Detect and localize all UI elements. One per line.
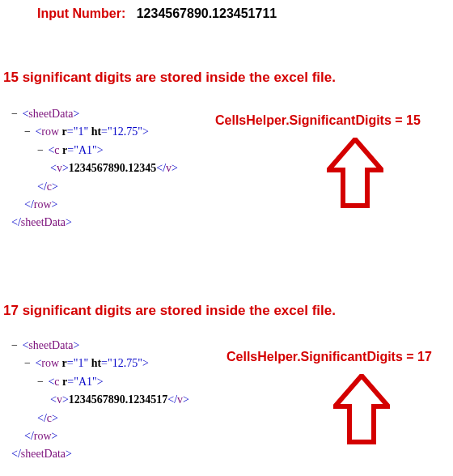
xml-line: <v>1234567890.1234517</v> — [11, 391, 222, 409]
xml-line: </c> — [11, 410, 222, 427]
input-label: Input Number: — [37, 6, 125, 20]
xml-line: − <row r="1" ht="12.75"> — [11, 123, 222, 141]
input-value: 1234567890.123451711 — [137, 6, 277, 20]
xml-line: − <row r="1" ht="12.75"> — [11, 355, 222, 372]
input-number-line: Input Number: 1234567890.123451711 — [37, 6, 277, 21]
xml-line: </sheetData> — [11, 445, 222, 463]
xml-block-15: − <sheetData> − <row r="1" ht="12.75"> −… — [11, 105, 222, 232]
up-arrow-icon — [333, 374, 390, 447]
xml-line: − <sheetData> — [11, 105, 222, 123]
xml-line: </row> — [11, 196, 222, 214]
up-arrow-icon — [327, 138, 383, 210]
section-header-15: 15 significant digits are stored inside … — [3, 70, 336, 86]
annotation-17: CellsHelper.SignificantDigits = 17 — [226, 350, 432, 364]
xml-line: − <sheetData> — [11, 337, 222, 355]
annotation-15: CellsHelper.SignificantDigits = 15 — [215, 113, 421, 128]
xml-line: − <c r="A1"> — [11, 142, 222, 159]
xml-line: </c> — [11, 178, 222, 196]
xml-line: <v>1234567890.12345</v> — [11, 159, 222, 177]
xml-block-17: − <sheetData> − <row r="1" ht="12.75"> −… — [11, 337, 222, 464]
xml-line: − <c r="A1"> — [11, 373, 222, 391]
section-header-17: 17 significant digits are stored inside … — [3, 303, 336, 319]
xml-line: </sheetData> — [11, 214, 222, 232]
xml-line: </row> — [11, 427, 222, 445]
page-root: Input Number: 1234567890.123451711 15 si… — [0, 0, 453, 476]
